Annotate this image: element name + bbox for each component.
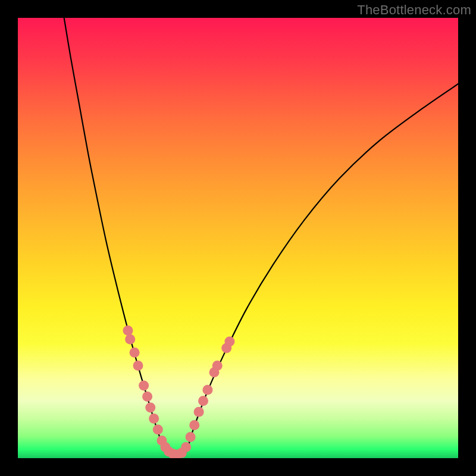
curve-marker xyxy=(123,325,133,336)
curve-marker xyxy=(186,432,196,442)
bottleneck-curve xyxy=(64,18,458,456)
curve-marker xyxy=(202,385,212,395)
curve-marker xyxy=(194,407,204,417)
chart-plot-area xyxy=(18,18,458,458)
curve-marker xyxy=(212,361,223,371)
curve-marker xyxy=(198,396,208,406)
curve-marker xyxy=(130,347,140,358)
chart-svg xyxy=(18,18,458,458)
curve-marker xyxy=(224,336,234,346)
curve-marker xyxy=(139,380,149,390)
curve-marker xyxy=(145,402,155,412)
curve-marker xyxy=(149,414,159,424)
curve-markers xyxy=(123,325,235,458)
curve-marker xyxy=(153,424,163,434)
curve-marker xyxy=(142,392,152,402)
curve-marker xyxy=(181,442,191,452)
curve-marker xyxy=(133,361,143,371)
chart-frame: TheBottleneck.com xyxy=(0,0,476,476)
watermark-text: TheBottleneck.com xyxy=(357,2,471,18)
curve-marker xyxy=(125,334,135,345)
curve-marker xyxy=(189,420,199,430)
